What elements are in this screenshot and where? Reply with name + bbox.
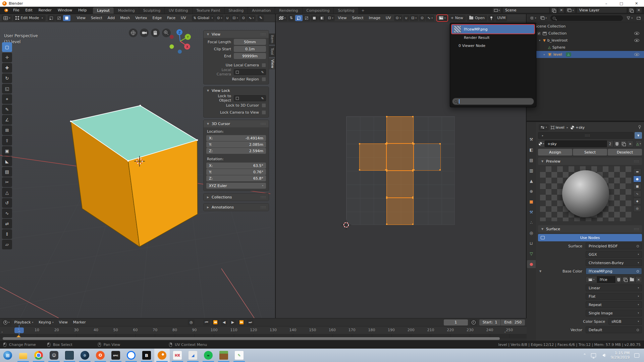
cursor-rotation-x[interactable]: X:63.5° — [206, 163, 266, 169]
subsurface-method-dropdown[interactable]: Christensen-Burley▾ — [586, 259, 642, 266]
vector-field[interactable]: Default — [586, 326, 642, 333]
outliner-row-sphere[interactable]: △ Sphere — [527, 44, 644, 51]
prev-keyframe-icon[interactable]: ⏪ — [212, 319, 219, 325]
uv-snap-toggle-icon[interactable]: ∪ — [403, 15, 409, 21]
workspace-tab-animation[interactable]: Animation — [248, 7, 275, 14]
preview-world-icon[interactable]: ◎ — [633, 205, 641, 212]
focal-length-field[interactable]: 50mm — [234, 39, 266, 45]
properties-tab-output[interactable]: ▤ — [527, 156, 536, 164]
view-lock-header[interactable]: ▼View Lock — [204, 87, 269, 94]
properties-tab-particles[interactable]: ∴ — [527, 219, 536, 227]
view-panel-header[interactable]: ▼View:::: — [204, 31, 269, 38]
taskbar-app-epic[interactable]: EPIC — [108, 349, 123, 362]
collections-header[interactable]: ▶Collections:::: — [204, 193, 269, 201]
pin-icon[interactable] — [488, 15, 495, 21]
select-button[interactable]: Select — [573, 149, 607, 156]
annotations-header[interactable]: ▶Annotations:::: — [204, 203, 269, 211]
v3d-menu-uv[interactable]: UV — [178, 15, 189, 21]
projection-dropdown[interactable]: Flat▾ — [586, 293, 642, 300]
transform-orientation-dropdown[interactable]: ⇅Global▾ — [192, 15, 215, 21]
preview-section-header[interactable]: ▼Preview:::: — [538, 158, 642, 165]
view-layer-browse-icon[interactable]: ▾ — [566, 7, 576, 13]
new-collection-button[interactable] — [635, 15, 642, 21]
workspace-tab-shading[interactable]: Shading — [225, 7, 248, 14]
use-nodes-button[interactable]: Use Nodes — [538, 234, 642, 241]
outliner-filter-dropdown[interactable]: ▾ — [625, 15, 634, 21]
cursor-rotation-y[interactable]: Y:0.76° — [206, 169, 266, 175]
uv-face-center[interactable] — [386, 143, 414, 171]
taskbar-clock[interactable]: 1:15 PM 9/29/2019 — [611, 351, 630, 360]
v3d-menu-edge[interactable]: Edge — [150, 15, 164, 21]
sidebar-tab-tool[interactable]: Tool — [269, 46, 276, 57]
tool-extrude-region-icon[interactable]: ⇧ — [2, 136, 12, 145]
menu-edit[interactable]: Edit — [22, 7, 35, 14]
gizmo-x-negative[interactable] — [170, 35, 174, 39]
scene-browse-icon[interactable]: ▾ — [492, 7, 502, 13]
jump-start-icon[interactable]: ⏮ — [203, 319, 210, 325]
tool-cursor-icon[interactable]: ✛ — [2, 53, 12, 62]
edge-select-mode-icon[interactable] — [55, 15, 63, 21]
taskbar-app-notepad[interactable]: ✎ — [231, 349, 247, 362]
image-browse-dropdown[interactable]: ▾ — [437, 15, 447, 21]
gizmo-z-axis[interactable]: Z — [178, 31, 180, 34]
properties-tab-render[interactable]: ◧ — [527, 146, 536, 154]
proportional-editing-icon[interactable]: ⊙ — [240, 15, 247, 21]
gizmo-y-negative[interactable] — [170, 45, 174, 49]
start-frame-field[interactable]: Start:1 — [479, 319, 501, 325]
properties-tab-world[interactable]: ⊕ — [527, 187, 536, 195]
uv-menu-uv[interactable]: UV — [383, 15, 393, 21]
link-object-data-dropdown[interactable]: △▾ — [635, 140, 642, 147]
volume-icon[interactable]: ) — [601, 354, 606, 357]
taskbar-app-spotify[interactable]: ≈ — [201, 349, 216, 362]
workspace-tab-modeling[interactable]: Modeling — [114, 7, 139, 14]
material-users-count[interactable]: 2 — [607, 140, 613, 147]
end-frame-field[interactable]: End:250 — [501, 319, 525, 325]
material-name-field[interactable]: +sky — [545, 140, 607, 147]
outliner-row-collection[interactable]: ▾✓ Collection — [527, 30, 644, 37]
v3d-menu-mesh[interactable]: Mesh — [118, 15, 132, 21]
taskbar-app-start[interactable]: ⊞ — [0, 349, 15, 362]
preview-cube-icon[interactable]: ■ — [633, 183, 641, 190]
gizmo-x-axis[interactable]: X — [186, 45, 188, 49]
uv-vertex-dot[interactable] — [359, 143, 360, 144]
workspace-tab-texture-paint[interactable]: Texture Paint — [193, 7, 224, 14]
interpolation-dropdown[interactable]: Linear▾ — [586, 285, 642, 291]
taskbar-app-ubisoft[interactable] — [123, 349, 139, 362]
fake-user-shield-icon[interactable] — [613, 140, 620, 147]
color-space-dropdown[interactable]: sRGB▾ — [608, 318, 642, 325]
hide-viewport-icon[interactable] — [634, 39, 639, 42]
uv-proportional-editing-icon[interactable]: ⊙ — [419, 15, 425, 21]
uv-face-left[interactable] — [359, 143, 386, 171]
uv-face-right[interactable] — [414, 143, 441, 171]
current-frame-field[interactable]: 1 — [444, 319, 468, 325]
jump-end-icon[interactable]: ⏭ — [247, 319, 254, 325]
minimize-button[interactable]: – — [599, 0, 614, 7]
uv-face-select-icon[interactable] — [311, 15, 318, 21]
uv-vertex-dot[interactable] — [386, 143, 387, 144]
uv-vertex-dot[interactable] — [412, 170, 414, 172]
play-reverse-icon[interactable]: ◀ — [221, 319, 227, 325]
properties-tab-tool[interactable]: ⚒ — [527, 135, 536, 143]
uv-map-selector[interactable]: UVM — [495, 15, 507, 21]
image-copy-icon[interactable] — [622, 276, 629, 283]
outliner-search-input[interactable] — [550, 15, 623, 21]
taskbar-app-explorer[interactable] — [15, 349, 31, 362]
unlink-material-icon[interactable]: ✕ — [627, 140, 634, 147]
lock-camera-checkbox[interactable] — [262, 110, 266, 115]
timeline-ruler[interactable]: 1 10203040506070809010011012013014015016… — [0, 326, 527, 334]
taskbar-app-minecraft[interactable] — [216, 349, 231, 362]
editor-type-selector-uv[interactable]: ▾ — [277, 15, 287, 21]
uv-vertex-dot[interactable] — [386, 170, 387, 172]
uv-vertex-dot[interactable] — [413, 143, 415, 144]
properties-tab-material[interactable]: ● — [527, 260, 536, 268]
v3d-menu-view[interactable]: View — [74, 15, 88, 21]
uv-vertex-dot[interactable] — [439, 143, 441, 144]
tool-annotate-icon[interactable]: ✎ — [2, 105, 12, 114]
render-region-checkbox[interactable] — [262, 77, 266, 81]
tool-transform-icon[interactable]: ⌖ — [2, 94, 12, 104]
surface-shader-field[interactable]: Principled BSDF — [586, 243, 642, 249]
preview-cloth-icon[interactable]: ◆ — [633, 198, 641, 204]
breadcrumb-object[interactable]: level — [556, 125, 565, 130]
scene-name-field[interactable]: Scene — [502, 7, 549, 13]
uv-vertex-dot[interactable] — [386, 224, 387, 225]
